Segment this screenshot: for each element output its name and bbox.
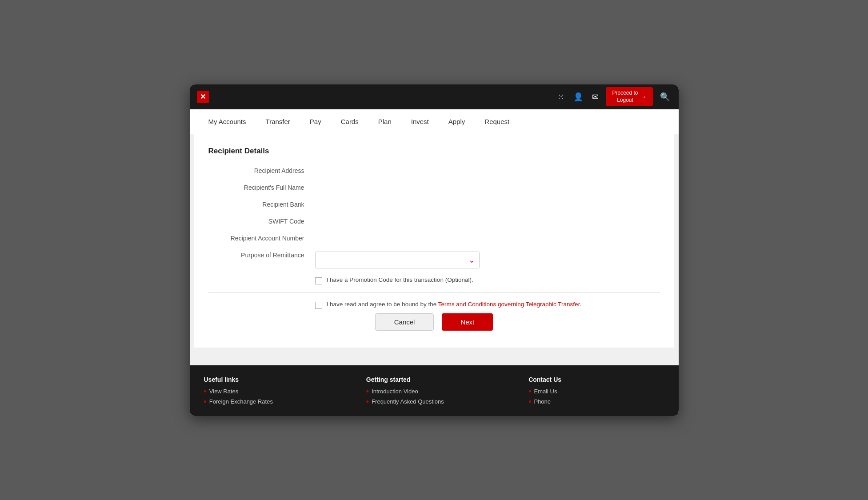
section-title: Recipient Details [208,147,660,156]
bullet-icon: • [204,398,207,406]
close-button[interactable]: ✕ [197,91,209,103]
bullet-icon: • [366,388,369,396]
recipient-address-row: Recipient Address [208,165,660,174]
search-icon[interactable]: 🔍 [658,90,672,104]
button-row: Cancel Next [208,313,660,331]
recipient-fullname-value [315,182,660,184]
nav-item-pay[interactable]: Pay [300,109,331,134]
bullet-icon: • [528,398,531,406]
recipient-bank-value [315,199,660,201]
footer: Useful links • View Rates • Foreign Exch… [190,365,679,416]
user-icon[interactable]: 👤 [572,90,585,104]
footer-link-faq[interactable]: • Frequently Asked Questions [366,398,502,406]
footer-link-intro-video[interactable]: • Introduction Video [366,388,502,396]
next-button[interactable]: Next [442,313,493,331]
footer-link-label: View Rates [209,388,239,395]
footer-getting-started-title: Getting started [366,376,502,383]
swift-code-value [315,216,660,218]
recipient-bank-label: Recipient Bank [208,199,315,208]
recipient-account-value [315,233,660,235]
nav-item-my-accounts[interactable]: My Accounts [199,109,256,134]
recipient-address-value [315,165,660,167]
tc-label: I have read and agree to be bound by the… [327,301,582,308]
recipient-account-label: Recipient Account Number [208,233,315,242]
purpose-field-wrapper: ⌄ [315,250,660,268]
footer-link-label: Frequently Asked Questions [372,398,444,405]
browser-window: ✕ ⁙ 👤 ✉ Proceed toLogout → 🔍 My Accounts… [190,84,679,416]
nav-item-request[interactable]: Request [475,109,519,134]
form-card: Recipient Details Recipient Address Reci… [194,134,674,348]
swift-code-label: SWIFT Code [208,216,315,225]
purpose-label: Purpose of Remittance [208,250,315,259]
promotion-checkbox[interactable] [315,277,322,284]
bullet-icon: • [366,398,369,406]
recipient-fullname-row: Recipient's Full Name [208,182,660,191]
nav-item-invest[interactable]: Invest [401,109,439,134]
recipient-fullname-label: Recipient's Full Name [208,182,315,191]
close-icon: ✕ [200,92,206,101]
nav-item-cards[interactable]: Cards [331,109,368,134]
footer-link-view-rates[interactable]: • View Rates [204,388,340,396]
footer-link-email-us[interactable]: • Email Us [528,388,664,396]
recipient-account-row: Recipient Account Number [208,233,660,242]
footer-link-label: Foreign Exchange Rates [209,398,273,405]
tc-checkbox[interactable] [315,302,322,309]
bullet-icon: • [528,388,531,396]
footer-col-useful-links: Useful links • View Rates • Foreign Exch… [204,376,340,408]
footer-col-contact-us: Contact Us • Email Us • Phone [528,376,664,408]
purpose-select-wrapper: ⌄ [315,252,480,268]
nav-item-plan[interactable]: Plan [368,109,401,134]
logout-label: Proceed toLogout [612,90,638,104]
footer-link-fx-rates[interactable]: • Foreign Exchange Rates [204,398,340,406]
purpose-select[interactable] [315,252,480,268]
logout-icon: → [641,93,647,100]
swift-code-row: SWIFT Code [208,216,660,225]
tc-pre-text: I have read and agree to be bound by the [327,301,438,308]
footer-useful-links-title: Useful links [204,376,340,383]
grid-icon[interactable]: ⁙ [556,90,566,104]
footer-link-label: Introduction Video [372,388,418,395]
footer-link-label: Phone [534,398,551,405]
content-area: Recipient Details Recipient Address Reci… [190,134,679,365]
purpose-row: Purpose of Remittance ⌄ [208,250,660,268]
recipient-address-label: Recipient Address [208,165,315,174]
top-bar: ✕ ⁙ 👤 ✉ Proceed toLogout → 🔍 [190,84,679,109]
logout-button[interactable]: Proceed toLogout → [606,87,652,106]
footer-contact-us-title: Contact Us [528,376,664,383]
nav-item-apply[interactable]: Apply [439,109,475,134]
bullet-icon: • [204,388,207,396]
nav-bar: My Accounts Transfer Pay Cards Plan Inve… [190,109,679,134]
mail-icon[interactable]: ✉ [590,90,600,104]
tc-link[interactable]: Terms and Conditions governing Telegraph… [438,301,581,308]
nav-item-transfer[interactable]: Transfer [256,109,300,134]
promotion-label: I have a Promotion Code for this transac… [327,276,473,283]
recipient-bank-row: Recipient Bank [208,199,660,208]
footer-link-phone[interactable]: • Phone [528,398,664,406]
cancel-button[interactable]: Cancel [375,313,434,331]
tc-checkbox-row: I have read and agree to be bound by the… [208,301,660,309]
divider [208,292,660,293]
footer-col-getting-started: Getting started • Introduction Video • F… [366,376,502,408]
promotion-checkbox-row: I have a Promotion Code for this transac… [208,276,660,284]
footer-link-label: Email Us [534,388,557,395]
